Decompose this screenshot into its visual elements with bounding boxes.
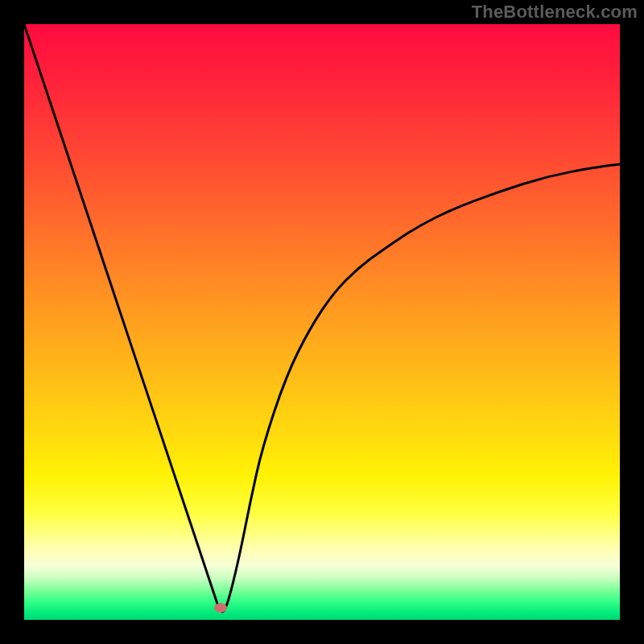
bottleneck-curve	[24, 24, 620, 620]
curve-path	[24, 24, 620, 612]
chart-frame: TheBottleneck.com	[0, 0, 644, 644]
minimum-marker	[214, 603, 227, 613]
watermark-text: TheBottleneck.com	[472, 2, 638, 23]
plot-area	[24, 24, 620, 620]
